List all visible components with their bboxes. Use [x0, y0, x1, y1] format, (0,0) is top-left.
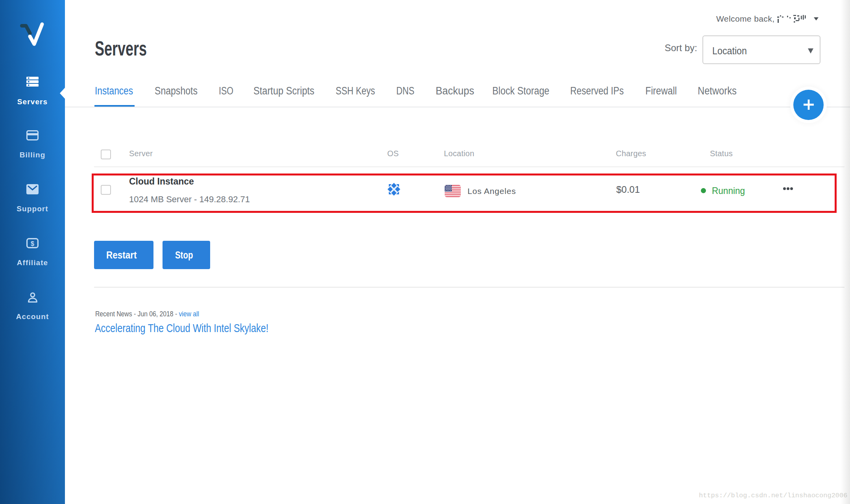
svg-text:$: $	[31, 240, 34, 247]
